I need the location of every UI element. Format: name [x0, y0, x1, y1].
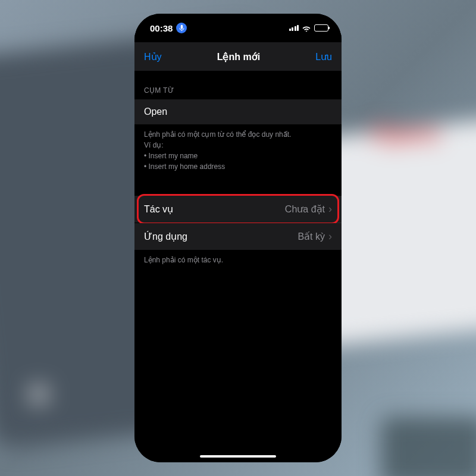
phrase-input-cell[interactable]: [134, 99, 342, 124]
app-label: Ứng dụng: [144, 231, 187, 242]
action-value: Chưa đặt: [285, 203, 325, 215]
status-time: 00:38: [150, 23, 173, 33]
phone-frame: 00:38 Hủy Lệnh mới Lưu CỤM TỪ: [134, 14, 342, 462]
phrase-input[interactable]: [144, 107, 332, 117]
phrase-hint: Lệnh phải có một cụm từ có thể đọc duy n…: [134, 124, 342, 177]
home-indicator[interactable]: [200, 455, 276, 458]
action-label: Tác vụ: [144, 203, 173, 215]
status-bar: 00:38: [134, 14, 342, 42]
background-text: Open: [371, 119, 440, 149]
page-title: Lệnh mới: [217, 51, 260, 62]
navigation-bar: Hủy Lệnh mới Lưu: [134, 42, 342, 71]
action-footer-hint: Lệnh phải có một tác vụ.: [134, 250, 342, 270]
save-button[interactable]: Lưu: [315, 51, 332, 62]
chevron-right-icon: ›: [328, 203, 332, 215]
battery-icon: [314, 24, 328, 32]
chevron-right-icon: ›: [328, 230, 332, 243]
wifi-icon: [302, 23, 311, 33]
action-cell[interactable]: Tác vụ Chưa đặt ›: [134, 196, 342, 223]
app-value: Bất kỳ: [298, 231, 325, 242]
app-cell[interactable]: Ứng dụng Bất kỳ ›: [134, 223, 342, 250]
cellular-signal-icon: [289, 25, 299, 31]
phrase-section-header: CỤM TỪ: [134, 82, 342, 99]
cancel-button[interactable]: Hủy: [144, 51, 162, 62]
microphone-icon: [176, 23, 187, 33]
